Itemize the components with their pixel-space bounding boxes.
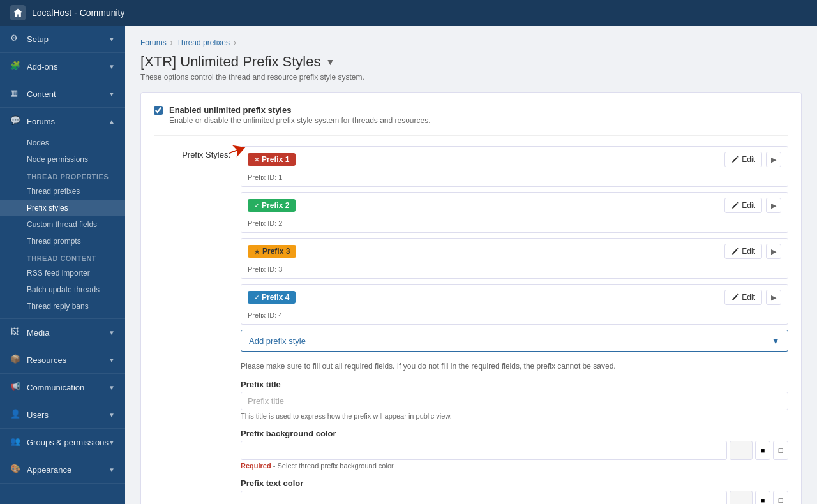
prefix-3-edit-button[interactable]: Edit <box>724 244 762 259</box>
thread-properties-label: Thread properties <box>0 168 125 183</box>
add-prefix-row[interactable]: Add prefix style ▼ <box>241 330 788 352</box>
sidebar: ⚙ Setup ▼ 🧩 Add-ons ▼ ▦ Content <box>0 26 125 504</box>
sidebar-item-content[interactable]: ▦ Content ▼ <box>0 80 125 107</box>
sidebar-item-custom-thread-fields[interactable]: Custom thread fields <box>0 216 125 233</box>
prefix-2-id: Prefix ID: 2 <box>241 218 788 232</box>
chevron-down-icon: ▼ <box>109 439 115 446</box>
enabled-checkbox[interactable] <box>154 106 163 115</box>
prefix-4-edit-button[interactable]: Edit <box>724 290 762 305</box>
sidebar-section-media: 🖼 Media ▼ <box>0 319 125 346</box>
sidebar-item-users[interactable]: 👤 Users ▼ <box>0 401 125 428</box>
prefix-icon-4: ✓ <box>254 294 259 301</box>
sidebar-item-addons[interactable]: 🧩 Add-ons ▼ <box>0 53 125 80</box>
prefix-2-edit-button[interactable]: Edit <box>724 198 762 213</box>
main-content: Forums › Thread prefixes › [XTR] Unlimit… <box>125 26 817 504</box>
chevron-down-icon: ▼ <box>109 63 115 70</box>
prefix-item-3: ★ Prefix 3 Edit ▶ Prefix ID <box>241 238 788 279</box>
chevron-down-icon: ▼ <box>109 384 115 391</box>
prefixes-list: ✕ Prefix 1 Edit ▶ Prefix ID <box>241 146 788 504</box>
bg-color-input[interactable] <box>241 441 727 460</box>
prefix-4-actions: Edit ▶ <box>724 290 781 305</box>
topbar-title: LocalHost - Community <box>32 8 125 18</box>
prefix-badge-3: ★ Prefix 3 <box>248 245 296 258</box>
sidebar-section-forums: 💬 Forums ▲ Nodes Node permissions Thread… <box>0 108 125 319</box>
chevron-down-icon: ▼ <box>109 357 115 364</box>
text-color-btn-2[interactable]: □ <box>773 491 788 504</box>
page-subtitle: These options control the thread and res… <box>140 73 802 82</box>
sidebar-item-groups[interactable]: 👥 Groups & permissions ▼ <box>0 429 125 456</box>
sidebar-section-appearance: 🎨 Appearance ▼ <box>0 456 125 484</box>
bg-color-swatch[interactable] <box>730 441 753 460</box>
bg-color-btn-1[interactable]: ■ <box>755 441 770 460</box>
sidebar-item-nodes[interactable]: Nodes <box>0 135 125 151</box>
resources-icon: 📦 <box>10 354 22 366</box>
sidebar-item-rss-feed-importer[interactable]: RSS feed importer <box>0 265 125 281</box>
prefix-title-group: Prefix title This title is used to expre… <box>241 380 788 420</box>
breadcrumb: Forums › Thread prefixes › <box>140 38 802 47</box>
sidebar-item-prefix-styles[interactable]: Prefix styles <box>0 200 125 216</box>
communication-icon: 📢 <box>10 382 22 393</box>
prefix-3-expand-button[interactable]: ▶ <box>766 244 781 259</box>
form-note: Please make sure to fill out all require… <box>241 362 788 371</box>
edit-icon <box>731 156 739 163</box>
sidebar-section-addons: 🧩 Add-ons ▼ <box>0 53 125 80</box>
prefix-3-actions: Edit ▶ <box>724 244 781 259</box>
prefix-badge-4: ✓ Prefix 4 <box>248 291 296 304</box>
forums-submenu: Nodes Node permissions Thread properties… <box>0 135 125 318</box>
sidebar-item-thread-reply-bans[interactable]: Thread reply bans <box>0 298 125 315</box>
chevron-down-icon: ▼ <box>109 466 115 473</box>
add-prefix-label: Add prefix style <box>249 336 306 346</box>
chevron-down-icon: ▼ <box>109 91 115 98</box>
enabled-row: Enabled unlimited prefix styles Enable o… <box>154 105 788 136</box>
text-color-swatch[interactable] <box>730 491 753 504</box>
breadcrumb-thread-prefixes[interactable]: Thread prefixes <box>177 38 230 47</box>
text-color-input[interactable] <box>241 491 727 504</box>
prefix-3-id: Prefix ID: 3 <box>241 264 788 278</box>
prefix-badge-2: ✓ Prefix 2 <box>248 199 296 212</box>
prefix-4-expand-button[interactable]: ▶ <box>766 290 781 305</box>
breadcrumb-forums[interactable]: Forums <box>140 38 167 47</box>
sidebar-item-thread-prompts[interactable]: Thread prompts <box>0 233 125 249</box>
arrow-indicator <box>228 141 248 159</box>
prefix-icon-1: ✕ <box>254 156 259 163</box>
prefix-2-expand-button[interactable]: ▶ <box>766 198 781 213</box>
page-title: [XTR] Unlimited Prefix Styles <box>140 54 320 70</box>
topbar: LocalHost - Community <box>0 0 817 26</box>
users-icon: 👤 <box>10 409 22 420</box>
sidebar-item-appearance[interactable]: 🎨 Appearance ▼ <box>0 456 125 483</box>
text-color-btn-1[interactable]: ■ <box>755 491 770 504</box>
bg-color-hint: Required - Select thread prefix backgrou… <box>241 462 788 470</box>
prefix-title-input[interactable] <box>241 392 788 410</box>
page-title-row: [XTR] Unlimited Prefix Styles ▼ <box>140 54 802 70</box>
prefix-1-edit-button[interactable]: Edit <box>724 152 762 167</box>
sidebar-item-batch-update-threads[interactable]: Batch update threads <box>0 281 125 298</box>
main-card: Enabled unlimited prefix styles Enable o… <box>140 92 802 504</box>
forums-icon: 💬 <box>10 115 22 127</box>
sidebar-item-communication[interactable]: 📢 Communication ▼ <box>0 374 125 401</box>
prefix-title-label: Prefix title <box>241 380 788 389</box>
prefix-1-expand-button[interactable]: ▶ <box>766 152 781 167</box>
sidebar-item-media[interactable]: 🖼 Media ▼ <box>0 319 125 346</box>
add-prefix-chevron-icon: ▼ <box>771 336 780 346</box>
prefix-1-actions: Edit ▶ <box>724 152 781 167</box>
bg-color-btn-2[interactable]: □ <box>773 441 788 460</box>
chevron-down-icon: ▼ <box>109 36 115 43</box>
sidebar-item-node-permissions[interactable]: Node permissions <box>0 151 125 168</box>
addons-icon: 🧩 <box>10 61 22 72</box>
sidebar-item-forums[interactable]: 💬 Forums ▲ <box>0 108 125 135</box>
sidebar-section-groups: 👥 Groups & permissions ▼ <box>0 429 125 456</box>
sidebar-item-resources[interactable]: 📦 Resources ▼ <box>0 346 125 373</box>
home-button[interactable] <box>10 5 26 20</box>
sidebar-item-setup[interactable]: ⚙ Setup ▼ <box>0 26 125 52</box>
sidebar-section-users: 👤 Users ▼ <box>0 401 125 429</box>
content-icon: ▦ <box>10 88 22 100</box>
bg-color-required: Required <box>241 462 271 470</box>
prefix-styles-section: Prefix Styles: ✕ Prefix 1 <box>154 146 788 504</box>
page-title-dropdown-icon[interactable]: ▼ <box>326 57 334 67</box>
sidebar-section-communication: 📢 Communication ▼ <box>0 374 125 401</box>
prefix-item-4: ✓ Prefix 4 Edit ▶ Prefix ID <box>241 284 788 325</box>
sidebar-item-thread-prefixes[interactable]: Thread prefixes <box>0 183 125 200</box>
prefix-item-2: ✓ Prefix 2 Edit ▶ Prefix ID <box>241 192 788 233</box>
appearance-icon: 🎨 <box>10 464 22 475</box>
sidebar-section-setup: ⚙ Setup ▼ <box>0 26 125 53</box>
